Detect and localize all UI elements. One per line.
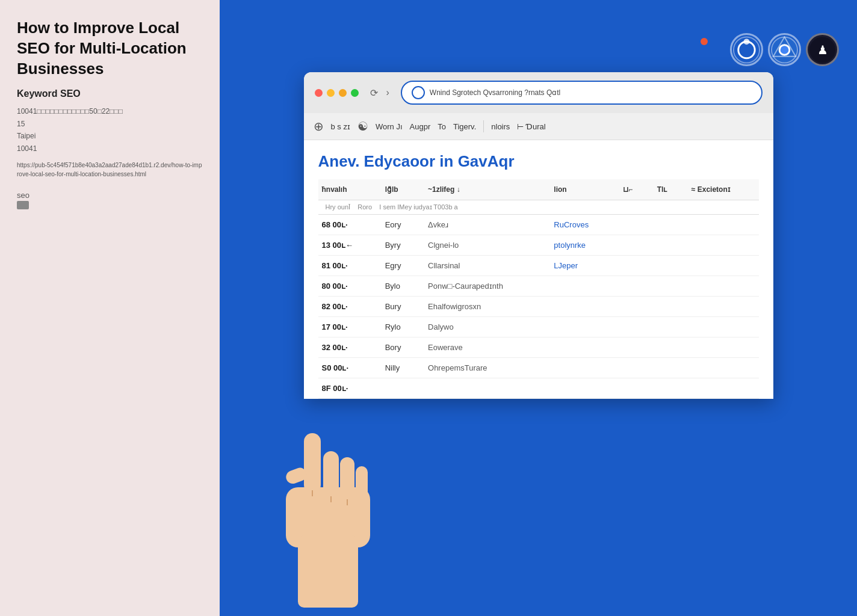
browser-titlebar: ⟳ › Wnind Sgrotech Qvsarroning ?rnats Qɑ… [304, 72, 773, 113]
table-subheader: Hry ounĪ Roro I sem IMey iudyaɪ T003b a [318, 200, 759, 215]
cell-4: LJeper [546, 256, 616, 276]
cell-vol: 32 00ʟ· [318, 337, 378, 358]
chrome-icon [768, 33, 801, 66]
cell-3: Eowerave [421, 337, 546, 358]
firefox-icon [730, 33, 763, 66]
article-tag: seo [17, 191, 203, 209]
cell-3: OhrepemsTurare [421, 358, 546, 378]
cell-3: Ponw□-Caurapedɪnth [421, 276, 546, 297]
cell-3: Dalywo [421, 317, 546, 337]
cell-5 [616, 276, 649, 297]
cell-4 [546, 378, 616, 399]
toolbar-label-augpr: Augpr [410, 122, 431, 131]
cell-6 [650, 215, 684, 235]
table-row: 80 00ʟ· Bylo Ponw□-Caurapedɪnth [318, 276, 759, 297]
meta-label: Keyword SEO [17, 88, 203, 99]
toolbar-icon-0[interactable]: ⊕ [314, 119, 324, 134]
article-url: https://pub-5c454f571b8e40a3a2aad27ade84… [17, 161, 203, 179]
dark-icon: ♟ [806, 33, 839, 66]
cell-5 [616, 256, 649, 276]
cell-7 [684, 378, 759, 399]
toolbar-sep [483, 120, 484, 132]
hand-pointer [250, 421, 382, 616]
toolbar-label-0: b s zɪ [331, 122, 350, 131]
svg-point-2 [744, 38, 750, 45]
cell-7 [684, 256, 759, 276]
cell-7 [684, 317, 759, 337]
cell-5 [616, 297, 649, 317]
right-panel: ♟ ⟳ › Wnind Sgrotech Qvsarroning ?rnats … [220, 0, 857, 616]
traffic-light-green[interactable] [351, 89, 359, 97]
toolbar-icon-1[interactable]: ☯ [357, 119, 368, 134]
cell-5 [616, 317, 649, 337]
cell-2: Bory [378, 337, 421, 358]
cell-6 [650, 235, 684, 256]
left-panel: How to Improve Local SEO for Multi-Locat… [0, 0, 220, 616]
cell-vol: 80 00ʟ· [318, 276, 378, 297]
toolbar-label-dural: ⊢ Ɗural [517, 122, 545, 131]
traffic-light-red[interactable] [315, 89, 323, 97]
article-title: How to Improve Local SEO for Multi-Locat… [17, 18, 203, 79]
browser-window: ⟳ › Wnind Sgrotech Qvsarroning ?rnats Qɑ… [304, 72, 773, 399]
cell-3: Ehalfowigrosxn [421, 297, 546, 317]
cell-7 [684, 358, 759, 378]
cell-5 [616, 235, 649, 256]
cell-4 [546, 276, 616, 297]
forward-button[interactable]: › [383, 86, 392, 99]
table-row: 17 00ʟ· Rylo Dalywo [318, 317, 759, 337]
address-bar[interactable]: Wnind Sgrotech Qvsarroning ?rnats Qɑtl [401, 81, 763, 105]
cell-5 [616, 215, 649, 235]
cell-6 [650, 297, 684, 317]
cell-4 [546, 358, 616, 378]
meta-detail: 10041□□□□□□□□□□□□50□22□□□15Taipei10041 [17, 105, 203, 155]
cell-4 [546, 317, 616, 337]
table-row: 68 00ʟ· Eory Δvkeɹ RuCroves [318, 215, 759, 235]
cell-vol: 81 00ʟ· [318, 256, 378, 276]
cell-vol: 82 00ʟ· [318, 297, 378, 317]
traffic-light-yellow[interactable] [327, 89, 335, 97]
traffic-lights [315, 89, 359, 97]
cell-6 [650, 358, 684, 378]
tag-icon [17, 201, 29, 209]
cell-2 [378, 378, 421, 399]
page-heading: Anev. Edycaoor in GavAqr [318, 152, 759, 171]
nav-arrows: ⟳ › [367, 86, 392, 100]
cell-2: Eory [378, 215, 421, 235]
cell-2: Rylo [378, 317, 421, 337]
cell-2: Bylo [378, 276, 421, 297]
table-row: 81 00ʟ· Egry Cllarsinal LJeper [318, 256, 759, 276]
th-5: Tlʟ [650, 179, 684, 200]
cell-7 [684, 276, 759, 297]
cell-4 [546, 337, 616, 358]
cell-6 [650, 378, 684, 399]
cell-4: RuCroves [546, 215, 616, 235]
th-4: ⊔⌐ [616, 179, 649, 200]
cell-vol: 8F 00ʟ· [318, 378, 378, 399]
th-3: lion [546, 179, 616, 200]
cell-4 [546, 297, 616, 317]
cell-7 [684, 235, 759, 256]
table-row: 82 00ʟ· Bury Ehalfowigrosxn [318, 297, 759, 317]
toolbar-label-tigerv: Tigerv. [453, 122, 476, 131]
cell-3: Cllarsinal [421, 256, 546, 276]
cell-2: Byry [378, 235, 421, 256]
cell-2: Nilly [378, 358, 421, 378]
address-icon [412, 86, 425, 99]
cell-4: ptolynrke [546, 235, 616, 256]
cell-3: Δvkeɹ [421, 215, 546, 235]
cell-2: Egry [378, 256, 421, 276]
table-row: 8F 00ʟ· [318, 378, 759, 399]
th-1: lg̃lb [378, 179, 421, 200]
cell-6 [650, 256, 684, 276]
cell-3: Clgnei-lo [421, 235, 546, 256]
back-button[interactable]: ⟳ [367, 86, 381, 100]
cell-7 [684, 337, 759, 358]
cell-5 [616, 378, 649, 399]
svg-rect-8 [304, 433, 321, 493]
cell-6 [650, 337, 684, 358]
cell-6 [650, 276, 684, 297]
browser-icons-row: ♟ [730, 33, 839, 66]
traffic-light-orange[interactable] [339, 89, 347, 97]
cell-vol: 17 00ʟ· [318, 317, 378, 337]
table-header-row: ħnvalıh lg̃lb ~1zlifeg ↓ lion ⊔⌐ Tlʟ ≈ E… [318, 179, 759, 200]
